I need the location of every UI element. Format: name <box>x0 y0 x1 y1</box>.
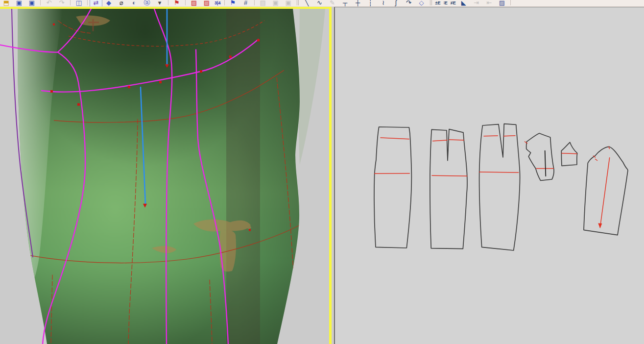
piece-internal-lines <box>375 138 410 173</box>
piece-internal-lines <box>432 140 467 176</box>
save-as-icon[interactable]: ▣ <box>25 0 38 6</box>
piece-outline[interactable] <box>584 147 628 235</box>
snap-grid-icon[interactable]: # <box>239 0 252 6</box>
open-pattern-icon: ▤ <box>257 0 269 6</box>
grade-uneven-button[interactable]: ≠E <box>449 0 457 6</box>
grain-arrow-head <box>598 223 602 229</box>
piece-internal-lines <box>562 153 577 154</box>
fabric-texture-icon[interactable]: ⓐ <box>141 0 153 6</box>
pattern-piece-sleeve[interactable] <box>584 147 628 235</box>
separator <box>252 0 257 6</box>
pen-tool-icon: ✎ <box>326 0 339 6</box>
separator <box>222 0 227 6</box>
add-point-tool-icon[interactable]: ┬ <box>339 0 352 6</box>
measure-tool-icon[interactable]: ▨ <box>496 0 508 6</box>
texture-swatch-icon[interactable]: ▨ <box>188 0 200 6</box>
seam-allowance-icon: ⇥ <box>470 0 483 6</box>
piece-outline[interactable] <box>374 127 411 248</box>
separator <box>85 0 90 6</box>
separator <box>166 0 170 6</box>
pattern-piece-back-skirt[interactable] <box>479 124 520 250</box>
separator <box>508 0 513 6</box>
save-icon[interactable]: ▣ <box>13 0 25 6</box>
separator <box>68 0 72 6</box>
2d-pattern-viewport[interactable] <box>334 7 644 344</box>
dart-tool-icon[interactable]: ┆ <box>364 0 377 6</box>
pattern-piece-side-skirt[interactable] <box>430 129 467 249</box>
dropdown-caret-icon[interactable]: ▾ <box>153 0 166 6</box>
save-pattern-icon: ▣ <box>269 0 282 6</box>
grip[interactable] <box>295 0 301 6</box>
three-quarter-view-button[interactable]: 3|4 <box>213 0 222 6</box>
pattern-piece-front-bodice[interactable] <box>525 133 554 180</box>
adjust-curve-tool-icon[interactable]: ↷ <box>403 0 415 6</box>
polygon-tool-icon[interactable]: ◆ <box>102 0 115 6</box>
line-tool-icon[interactable]: ╲ <box>301 0 313 6</box>
shape-tool-icon[interactable]: ◇ <box>415 0 428 6</box>
notch-tool-icon[interactable]: ┼ <box>352 0 364 6</box>
swap-views-icon[interactable]: ⇄ <box>90 0 102 6</box>
pattern-piece-side-bodice[interactable] <box>561 142 577 166</box>
grade-increase-button[interactable]: ±E <box>434 0 442 6</box>
3d-garment-viewport[interactable] <box>0 7 332 344</box>
seam-allowance-2-icon: ⇤ <box>483 0 496 6</box>
redo-icon: ↷ <box>55 0 68 6</box>
trace-tool-icon[interactable]: ≀ <box>377 0 390 6</box>
piece-internal-lines <box>479 136 519 172</box>
cut-curve-tool-icon[interactable]: ∫ <box>390 0 403 6</box>
piece-outline[interactable] <box>526 133 554 180</box>
curve-tool-icon[interactable]: ∿ <box>313 0 326 6</box>
texture-swatch-2-icon[interactable]: ▨ <box>200 0 213 6</box>
piece-outline[interactable] <box>430 129 467 249</box>
save-pattern-as-icon: ▣ <box>282 0 295 6</box>
piece-grain-line <box>594 147 610 228</box>
separator <box>183 0 188 6</box>
undo-icon: ↶ <box>43 0 55 6</box>
render-mode-icon[interactable]: ⚑ <box>170 0 183 6</box>
open-file-icon[interactable]: ⬒ <box>0 0 13 6</box>
piece-outline[interactable] <box>479 124 520 250</box>
window-layout-icon[interactable]: ◫ <box>72 0 85 6</box>
pattern-piece-front-skirt[interactable] <box>374 127 411 248</box>
flag-tool-icon[interactable]: ⚑ <box>227 0 239 6</box>
piece-dart-line <box>545 151 546 176</box>
grade-point-button[interactable]: ∶E <box>442 0 449 6</box>
ruler-triangle-icon[interactable]: ◣ <box>457 0 470 6</box>
grip[interactable] <box>428 0 434 6</box>
sphere-view-icon[interactable]: ◐ <box>128 0 141 6</box>
zoom-tool-icon[interactable]: ⌀ <box>115 0 128 6</box>
separator <box>38 0 43 6</box>
main-toolbar: ⬒▣▣↶↷◫⇄◆⌀◐ⓐ▾⚑▨▨3|4⚑#▤▣▣╲∿✎┬┼┆≀∫↷◇±E∶E≠E◣… <box>0 0 644 7</box>
